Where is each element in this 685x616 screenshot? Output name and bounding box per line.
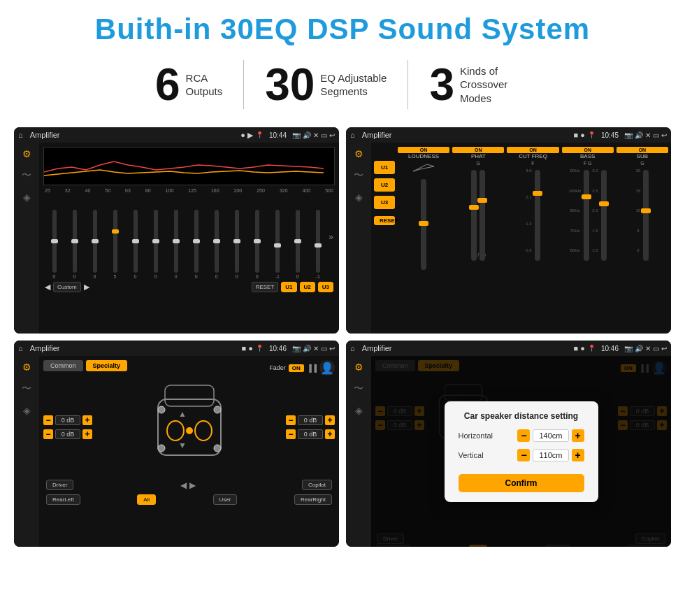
xover-bass-slider-1[interactable] — [584, 170, 589, 261]
dist-minimize-icon: ▭ — [653, 345, 659, 352]
eq-slider-0[interactable]: 0 — [45, 210, 64, 279]
xover-sub-slider[interactable] — [643, 170, 649, 261]
xover-phat-slider-2[interactable] — [480, 170, 485, 261]
xover-wave-icon[interactable]: 〜 — [354, 169, 363, 182]
dialog-vertical-plus[interactable]: + — [572, 449, 584, 461]
dialog-vertical-minus[interactable]: − — [517, 449, 530, 461]
xover-cutfreq-slider[interactable] — [535, 170, 540, 261]
xover-phat-on[interactable]: ON — [452, 147, 504, 153]
xover-u2[interactable]: U2 — [374, 178, 395, 192]
modes-copilot-btn[interactable]: Copilot — [302, 480, 332, 490]
modes-vol-1-left: − 0 dB + — [43, 415, 92, 425]
modes-volume-icon: 🔊 — [303, 345, 311, 352]
xover-phat-sliders — [452, 169, 504, 252]
dialog-horizontal-plus[interactable]: + — [572, 429, 584, 442]
xover-bass-slider-2[interactable] — [601, 170, 607, 261]
eq-slider-5[interactable]: 0 — [146, 210, 165, 279]
xover-bass-on[interactable]: ON — [562, 147, 614, 153]
modes-vol3-minus[interactable]: − — [286, 415, 296, 425]
distance-dialog-overlay: Car speaker distance setting Horizontal … — [371, 356, 671, 547]
eq-u2-btn[interactable]: U2 — [300, 282, 315, 292]
eq-prev-btn[interactable]: ◀ — [45, 282, 50, 292]
xover-phat-slider-1[interactable] — [471, 170, 477, 261]
modes-vol2-plus[interactable]: + — [82, 429, 92, 439]
eq-slider-11[interactable]: -1 — [268, 210, 287, 279]
eq-slider-8[interactable]: 0 — [207, 210, 226, 279]
distance-dialog: Car speaker distance setting Horizontal … — [445, 401, 598, 502]
camera-icon: 📷 — [292, 131, 301, 139]
modes-bottom-btns: Driver ◀ ▶ Copilot — [43, 478, 335, 492]
modes-vol4-plus[interactable]: + — [325, 429, 335, 439]
modes-specialty-tab[interactable]: Specialty — [86, 360, 128, 371]
xover-sub-col: ON SUB G 20151050 — [616, 147, 668, 268]
fader-on-badge[interactable]: ON — [289, 364, 304, 372]
modes-user-icon[interactable]: 👤 — [319, 360, 335, 375]
modes-all-btn[interactable]: All — [137, 494, 156, 505]
eq-wave-icon[interactable]: 〜 — [22, 169, 31, 182]
xover-u1[interactable]: U1 — [374, 161, 395, 174]
stat-rca-label: RCA Outputs — [186, 71, 223, 99]
stat-eq: 30 EQ Adjustable Segments — [244, 62, 408, 107]
eq-topbar-time: 10:44 — [269, 131, 287, 139]
eq-slider-3[interactable]: 5 — [106, 210, 124, 279]
xover-loudness-slider-1[interactable] — [421, 179, 426, 270]
eq-next-btn[interactable]: ▶ — [84, 282, 89, 292]
xover-speaker-icon[interactable]: ◈ — [355, 192, 363, 203]
dist-wave-icon[interactable]: 〜 — [354, 382, 363, 395]
eq-slider-4[interactable]: 0 — [126, 210, 145, 279]
modes-wave-icon[interactable]: 〜 — [22, 382, 31, 395]
dialog-horizontal-minus[interactable]: − — [517, 429, 530, 442]
eq-speaker-icon[interactable]: ◈ — [23, 192, 31, 203]
eq-slider-12[interactable]: 0 — [288, 210, 307, 279]
modes-rearright-btn[interactable]: RearRight — [294, 494, 332, 505]
eq-slider-10[interactable]: 0 — [247, 210, 266, 279]
modes-left-arrow[interactable]: ◀ — [180, 480, 187, 490]
eq-topbar: ⌂ Amplifier ● ▶ 📍 10:44 📷 🔊 ✕ ▭ ↩ — [14, 127, 339, 143]
modes-vol2-minus[interactable]: − — [43, 429, 53, 439]
eq-slider-2[interactable]: 0 — [85, 210, 104, 279]
modes-topbar-actions: 📷 🔊 ✕ ▭ ↩ — [292, 345, 335, 352]
eq-more-icon[interactable]: » — [329, 232, 333, 242]
xover-loudness-on[interactable]: ON — [398, 147, 449, 153]
eq-slider-7[interactable]: 0 — [187, 210, 206, 279]
xover-filter-icon[interactable]: ⚙ — [354, 148, 363, 159]
modes-filter-icon[interactable]: ⚙ — [22, 361, 31, 373]
modes-right-arrow[interactable]: ▶ — [189, 480, 196, 490]
dist-back-icon: ↩ — [661, 345, 667, 352]
eq-reset-btn[interactable]: RESET — [252, 282, 279, 292]
xover-bass-sliders: 90Hz100Hz80Hz70Hz60Hz 3.02.52.01.51.0 — [562, 169, 614, 252]
eq-u1-btn[interactable]: U1 — [281, 282, 296, 292]
xover-u3[interactable]: U3 — [374, 196, 395, 209]
eq-curve-svg — [44, 148, 334, 185]
xover-sub-on[interactable]: ON — [616, 147, 668, 153]
car-svg: ▲ ▼ — [144, 378, 235, 476]
modes-rearleft-btn[interactable]: RearLeft — [46, 494, 80, 505]
modes-common-tab[interactable]: Common — [43, 360, 83, 371]
eq-slider-9[interactable]: 0 — [227, 210, 246, 279]
eq-slider-6[interactable]: 0 — [166, 210, 185, 279]
dist-screen-content: ⚙ 〜 ◈ Common Specialty ON ▐▐ 👤 — [346, 356, 671, 547]
modes-minimize-icon: ▭ — [321, 345, 327, 352]
modes-camera-icon: 📷 — [292, 345, 301, 352]
svg-rect-1 — [165, 385, 214, 406]
dist-speaker-icon[interactable]: ◈ — [355, 405, 363, 416]
modes-user-btn[interactable]: User — [213, 494, 238, 505]
confirm-button[interactable]: Confirm — [459, 474, 584, 492]
eq-filter-icon[interactable]: ⚙ — [22, 148, 31, 159]
modes-speaker-icon[interactable]: ◈ — [23, 405, 31, 416]
modes-vol3-plus[interactable]: + — [325, 415, 335, 425]
page-title: Buith-in 30EQ DSP Sound System — [0, 0, 685, 53]
modes-vol4-minus[interactable]: − — [286, 429, 296, 439]
xover-cutfreq-on[interactable]: ON — [507, 147, 558, 153]
dist-filter-icon[interactable]: ⚙ — [354, 361, 363, 373]
eq-u3-btn[interactable]: U3 — [318, 282, 333, 292]
eq-slider-13[interactable]: -1 — [308, 210, 327, 279]
xover-reset[interactable]: RESET — [374, 216, 395, 225]
modes-car-diagram: ▲ ▼ — [96, 378, 282, 476]
eq-slider-1[interactable]: 0 — [65, 210, 84, 279]
modes-vol1-plus[interactable]: + — [82, 415, 92, 425]
xover-topbar-time: 10:45 — [601, 131, 619, 139]
modes-vol1-minus[interactable]: − — [43, 415, 53, 425]
modes-driver-btn[interactable]: Driver — [46, 480, 73, 490]
modes-location-icon: 📍 — [256, 345, 264, 352]
